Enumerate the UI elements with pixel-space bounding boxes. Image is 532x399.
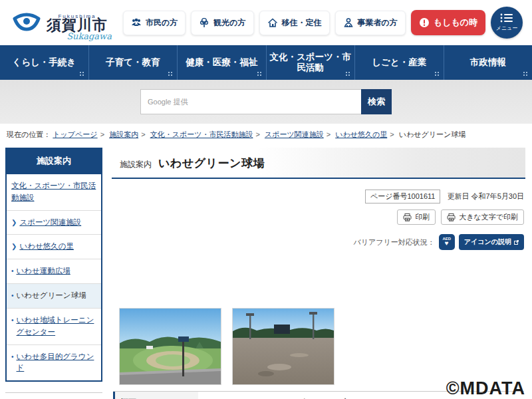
sidebar-item-sports-kanren[interactable]: ❯ スポーツ関連施設: [7, 211, 101, 235]
sidebar-item-label: スポーツ関連施設: [19, 217, 81, 229]
sidebar-item-training-center[interactable]: • いわせ地域トレーニングセンター: [7, 309, 101, 345]
icon-help-label: アイコンの説明: [464, 237, 511, 247]
brand-romaji: Sukagawa: [66, 32, 112, 41]
printer-icon: [447, 213, 456, 221]
nav-shigoto[interactable]: しごと・産業: [355, 45, 444, 80]
main-content: 施設案内 いわせグリーン球場 ページ番号1001611 更新日 令和7年5月30…: [112, 148, 525, 399]
external-link-icon: [514, 240, 519, 245]
relocation-button[interactable]: 移住・定住: [259, 11, 330, 35]
overview-label: 概要: [113, 392, 198, 399]
search-input[interactable]: [140, 89, 361, 114]
barrier-free-label: バリアフリー対応状況：: [354, 237, 435, 247]
chevron-right-icon: ❯: [11, 241, 17, 253]
sidebar-item-label: いわせグリーン球場: [17, 290, 86, 302]
business-button[interactable]: 事業者の方: [335, 11, 406, 35]
header-actions: 市民の方 観光の方 移住・定住 事業者の方 もしもの時 メニュー: [123, 7, 523, 39]
breadcrumb-separator: >: [390, 130, 394, 138]
nav-kenko[interactable]: 健康・医療・福祉: [178, 45, 267, 80]
nav-label: 健康・医療・福祉: [186, 57, 257, 68]
nav-kurashi[interactable]: くらし・手続き: [0, 45, 89, 80]
sidebar-menu: 文化・スポーツ・市民活動施設 ❯ スポーツ関連施設 ❯ いわせ悠久の里 • いわ…: [5, 174, 102, 382]
search-button[interactable]: 検索: [361, 89, 392, 114]
grip-dots-icon: [79, 71, 85, 77]
printer-icon: [403, 213, 412, 221]
grip-dots-icon: [345, 71, 351, 77]
sidebar: 施設案内 文化・スポーツ・市民活動施設 ❯ スポーツ関連施設 ❯ いわせ悠久の里…: [5, 148, 102, 399]
print-label: 印刷: [415, 212, 430, 222]
sidebar-item-undo-hiroba[interactable]: • いわせ運動広場: [7, 259, 101, 284]
page-number: ページ番号1001611: [365, 190, 441, 203]
breadcrumb-link-bunka[interactable]: 文化・スポーツ・市民活動施設: [150, 130, 253, 138]
nav-label: くらし・手続き: [12, 57, 76, 68]
city-emblem-icon: [12, 9, 41, 36]
grip-dots-icon: [257, 71, 263, 77]
citizens-icon: [131, 17, 142, 28]
nav-shisei[interactable]: 市政情報: [444, 45, 532, 80]
search-band: 検索: [0, 80, 532, 124]
alert-icon: [419, 17, 430, 28]
relocation-icon: [267, 17, 278, 28]
grip-dots-icon: [168, 71, 174, 77]
content: 施設案内 文化・スポーツ・市民活動施設 ❯ スポーツ関連施設 ❯ いわせ悠久の里…: [0, 144, 532, 399]
aed-icon[interactable]: AED ♥: [439, 234, 455, 250]
brand-prefecture: Fukushima: [47, 14, 108, 19]
sidebar-header: 施設案内: [5, 148, 102, 174]
breadcrumb-prefix: 現在の位置：: [7, 130, 51, 138]
sidebar-item-label: いわせ地域トレーニングセンター: [17, 315, 96, 338]
breadcrumb-link-sports[interactable]: スポーツ関連施設: [265, 130, 324, 138]
relocation-label: 移住・定住: [282, 17, 322, 29]
heart-hands-icon: ♥: [445, 240, 449, 247]
nav-label: 子育て・教育: [106, 57, 160, 68]
tourism-label: 観光の方: [213, 17, 245, 29]
sidebar-item-green-kyujo[interactable]: • いわせグリーン球場: [7, 284, 101, 309]
related-links-heading: 関連リンク: [5, 393, 102, 399]
print-large-button[interactable]: 大きな文字で印刷: [441, 209, 524, 225]
icon-help-button[interactable]: アイコンの説明: [459, 234, 524, 250]
bullet-icon: •: [11, 291, 14, 303]
grip-dots-icon: [523, 71, 529, 77]
nav-bunka-sports[interactable]: 文化・スポーツ・市民活動: [267, 45, 356, 80]
breadcrumb-link-shisetsu[interactable]: 施設案内: [109, 130, 138, 138]
site-logo[interactable]: Fukushima 須賀川市 Sukagawa: [12, 9, 108, 36]
breadcrumb-link-top[interactable]: トップページ: [53, 130, 97, 138]
grip-dots-icon: [434, 71, 440, 77]
nav-label: しごと・産業: [372, 57, 426, 68]
global-nav: くらし・手続き 子育て・教育 健康・医療・福祉 文化・スポーツ・市民活動 しごと…: [0, 45, 532, 80]
nav-label: 文化・スポーツ・市民活動: [269, 52, 352, 73]
bullet-icon: •: [11, 352, 14, 376]
watermark: ©MDATA: [446, 378, 525, 399]
nav-label: 市政情報: [470, 57, 506, 68]
breadcrumb-separator: >: [100, 130, 104, 138]
breadcrumb-separator: >: [255, 130, 259, 138]
menu-icon: [500, 13, 513, 23]
facility-photos: [120, 309, 525, 384]
emergency-button[interactable]: もしもの時: [411, 10, 485, 35]
sidebar-item-bunka-shisetsu[interactable]: 文化・スポーツ・市民活動施設: [7, 174, 101, 211]
print-row: 印刷 大きな文字で印刷: [113, 209, 524, 225]
bullet-icon: •: [11, 315, 14, 339]
sidebar-item-label: いわせ悠久の里: [19, 241, 74, 253]
citizens-label: 市民の方: [146, 17, 178, 29]
page: Fukushima 須賀川市 Sukagawa 市民の方 観光の方 移住・定住 …: [0, 0, 532, 399]
citizens-button[interactable]: 市民の方: [123, 11, 186, 35]
menu-button[interactable]: メニュー: [491, 7, 523, 39]
barrier-free-row: バリアフリー対応状況： AED ♥ アイコンの説明: [113, 234, 524, 250]
business-icon: [343, 17, 354, 28]
print-button[interactable]: 印刷: [397, 209, 436, 225]
breadcrumb-link-yukyu[interactable]: いわせ悠久の里: [335, 130, 387, 138]
sidebar-item-yukyu-no-sato[interactable]: ❯ いわせ悠久の里: [7, 235, 101, 259]
tourism-button[interactable]: 観光の方: [191, 11, 253, 35]
nav-kosodate[interactable]: 子育て・教育: [89, 45, 178, 80]
emergency-label: もしもの時: [434, 17, 477, 29]
sidebar-item-label: 文化・スポーツ・市民活動施設: [11, 180, 96, 204]
sidebar-item-label: いわせ運動広場: [17, 265, 70, 277]
page-title: いわせグリーン球場: [158, 156, 265, 171]
sidebar-item-tamokuteki-ground[interactable]: • いわせ多目的グラウンド: [7, 345, 101, 381]
brand-text: Fukushima 須賀川市 Sukagawa: [47, 13, 108, 33]
facility-photo-overview: [120, 309, 221, 384]
print-large-label: 大きな文字で印刷: [459, 212, 518, 222]
chevron-right-icon: ❯: [11, 217, 17, 229]
page-titlebar: 施設案内 いわせグリーン球場: [112, 148, 525, 179]
updated-date: 更新日 令和7年5月30日: [447, 192, 524, 201]
facility-photo-ground: [233, 309, 334, 384]
